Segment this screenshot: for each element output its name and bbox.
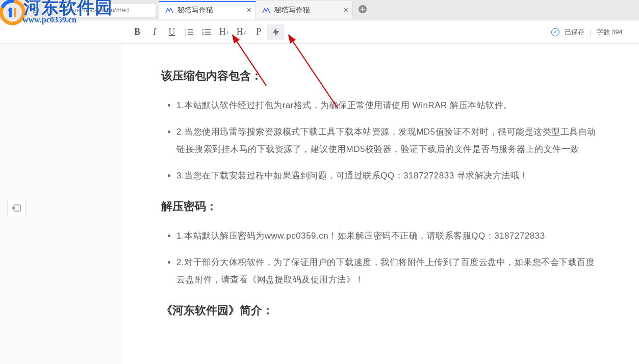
svg-point-4	[202, 29, 204, 30]
heading2-button[interactable]: H2	[233, 24, 250, 40]
svg-text:3: 3	[185, 34, 186, 36]
svg-point-5	[202, 31, 204, 33]
bold-button[interactable]: B	[129, 24, 146, 40]
section-heading: 该压缩包内容包含：	[161, 68, 598, 84]
list-item: 1.本站默认解压密码为www.pc0359.cn！如果解压密码不正确，请联系客服…	[176, 227, 598, 245]
svg-point-6	[202, 34, 204, 35]
tab-favicon-icon	[262, 6, 270, 14]
close-icon[interactable]: ×	[344, 6, 348, 15]
tab-title: 秘塔写作猫	[177, 6, 213, 15]
outdent-side-button[interactable]	[7, 199, 25, 217]
heading1-button[interactable]: H1	[215, 24, 233, 40]
saved-check-icon: ✓	[551, 28, 559, 36]
list-item: 2.对于部分大体积软件，为了保证用户的下载速度，我们将附件上传到了百度云盘中，如…	[176, 254, 598, 289]
underline-button[interactable]: U	[163, 24, 181, 40]
paragraph-button[interactable]: P	[250, 24, 267, 40]
address-bar[interactable]: ☆ xiezuocat.com/#/ed	[59, 3, 156, 17]
list-item: 2.当您使用迅雷等搜索资源模式下载工具下载本站资源，发现MD5值验证不对时，很可…	[176, 123, 598, 158]
ordered-list-button[interactable]: 123	[181, 24, 198, 40]
add-tab-button[interactable]	[353, 4, 372, 17]
back-button[interactable]	[3, 4, 16, 17]
saved-label: 已保存	[565, 28, 584, 37]
reload-button[interactable]	[30, 4, 43, 17]
home-button[interactable]	[43, 4, 56, 17]
unordered-list-button[interactable]	[198, 24, 215, 40]
section-heading: 《河东软件园》简介：	[161, 303, 598, 318]
url-text: xiezuocat.com/#/ed	[72, 6, 129, 14]
word-count: 字数 394	[597, 28, 623, 37]
editor-toolbar: B I U 123 H1 H2 P ✓ 已保存 | 字数 394	[0, 20, 639, 44]
list-item: 3.当您在下载安装过程中如果遇到问题，可通过联系QQ：3187272833 寻求…	[176, 167, 598, 185]
ai-action-button[interactable]	[267, 24, 285, 40]
status-bar: ✓ 已保存 | 字数 394	[551, 28, 623, 37]
section-heading: 解压密码：	[161, 199, 598, 214]
italic-button[interactable]: I	[146, 24, 163, 40]
browser-chrome-bar: ☆ xiezuocat.com/#/ed 秘塔写作猫 × 秘塔写作猫 ×	[0, 0, 639, 20]
forward-button[interactable]	[16, 4, 30, 17]
content-list-2: 1.本站默认解压密码为www.pc0359.cn！如果解压密码不正确，请联系客服…	[161, 227, 598, 289]
content-list-1: 1.本站默认软件经过打包为rar格式，为确保正常使用请使用 WinRAR 解压本…	[161, 97, 598, 185]
tab-title: 秘塔写作猫	[274, 6, 310, 15]
editor-canvas[interactable]: 该压缩包内容包含： 1.本站默认软件经过打包为rar格式，为确保正常使用请使用 …	[122, 44, 639, 364]
close-icon[interactable]: ×	[247, 6, 251, 15]
browser-tab-2[interactable]: 秘塔写作猫 ×	[256, 1, 353, 19]
list-item: 1.本站默认软件经过打包为rar格式，为确保正常使用请使用 WinRAR 解压本…	[176, 97, 598, 114]
tab-favicon-icon	[165, 6, 173, 14]
browser-tab-1[interactable]: 秘塔写作猫 ×	[159, 1, 256, 19]
separator: |	[590, 28, 591, 36]
